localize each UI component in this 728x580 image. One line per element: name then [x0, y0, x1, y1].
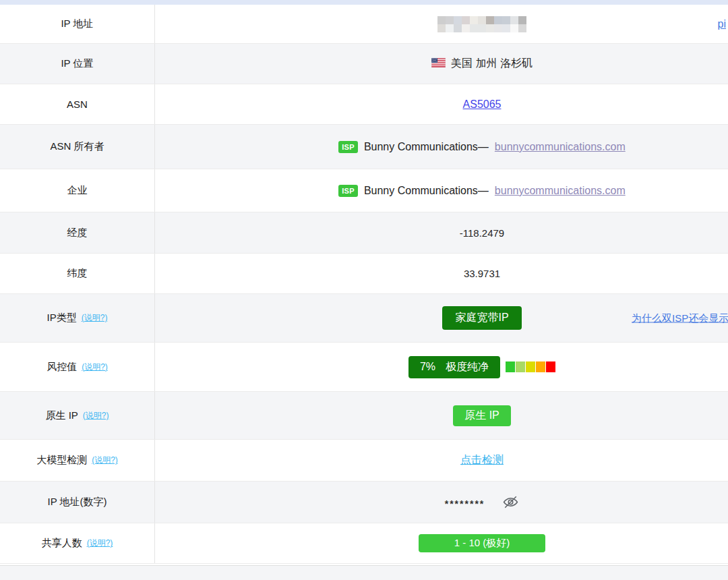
table-row-native-ip: 原生 IP (说明?) 原生 IP [0, 392, 728, 440]
latitude-value: 33.9731 [464, 268, 500, 279]
shared-users-badge[interactable]: 1 - 10 (极好) [419, 534, 545, 552]
table-row-risk-score: 风控值 (说明?) 7% 极度纯净 [0, 343, 728, 392]
table-row-company: 企业 ISP Bunny Communications— bunnycommun… [0, 169, 728, 212]
eye-off-icon[interactable] [502, 494, 519, 511]
row-label: IP 位置 [61, 57, 93, 70]
llm-detect-action-link[interactable]: 点击检测 [460, 453, 504, 467]
llm-detect-help-link[interactable]: (说明?) [92, 455, 118, 466]
ip-info-table: IP 地址 pi IP 位置 [0, 5, 728, 564]
row-label: ASN [67, 98, 88, 110]
row-label: 风控值 [47, 361, 77, 374]
row-label: 纬度 [67, 267, 88, 280]
table-row-ip-type: IP类型 (说明?) 家庭宽带IP 为什么双ISP还会显示" [0, 294, 728, 343]
table-row-llm-detect: 大模型检测 (说明?) 点击检测 [0, 440, 728, 482]
longitude-value: -118.2479 [460, 227, 504, 239]
table-row-longitude: 经度 -118.2479 [0, 212, 728, 254]
redacted-ip-mosaic [437, 16, 526, 32]
ip-type-help-link[interactable]: (说明?) [82, 312, 108, 324]
table-row-latitude: 纬度 33.9731 [0, 254, 728, 294]
company-domain-link[interactable]: bunnycommunications.com [495, 185, 626, 197]
table-row-ip-number: IP 地址(数字) ******** [0, 482, 728, 523]
footer-strip [0, 565, 728, 580]
us-flag-icon [431, 58, 446, 70]
row-label: 经度 [67, 227, 88, 239]
shared-users-help-link[interactable]: (说明?) [87, 538, 113, 549]
row-label: ASN 所有者 [50, 140, 104, 153]
asn-owner-domain-link[interactable]: bunnycommunications.com [495, 141, 626, 153]
row-label: IP 地址 [61, 18, 93, 30]
company-name: Bunny Communications— [364, 185, 489, 197]
risk-score-badge[interactable]: 7% 极度纯净 [408, 356, 500, 378]
table-row-asn-owner: ASN 所有者 ISP Bunny Communications— bunnyc… [0, 125, 728, 169]
table-row-asn: ASN AS5065 [0, 84, 728, 125]
asn-link[interactable]: AS5065 [463, 98, 502, 111]
row-label: 共享人数 [42, 537, 82, 550]
ip-info-page: IP 地址 pi IP 位置 [0, 0, 728, 580]
ip-location-text: 美国 加州 洛杉矶 [451, 57, 533, 71]
dual-isp-explain-link[interactable]: 为什么双ISP还会显示" [632, 312, 728, 324]
masked-ip-number: ******** [445, 496, 485, 509]
isp-badge: ISP [338, 141, 358, 153]
risk-label: 极度纯净 [446, 360, 489, 374]
table-row-ip-address: IP 地址 pi [0, 5, 728, 44]
native-ip-help-link[interactable]: (说明?) [83, 410, 109, 422]
risk-score-help-link[interactable]: (说明?) [82, 361, 108, 373]
top-accent-bar [0, 0, 728, 5]
risk-percent: 7% [420, 361, 435, 373]
row-label: IP类型 [47, 312, 77, 324]
row-label: 大模型检测 [36, 454, 87, 467]
table-row-ip-location: IP 位置 [0, 44, 728, 84]
row-label: 原生 IP [45, 409, 78, 422]
risk-scale-bar [506, 361, 555, 372]
native-ip-badge[interactable]: 原生 IP [453, 405, 511, 426]
row-label: IP 地址(数字) [47, 496, 107, 509]
table-row-shared-users: 共享人数 (说明?) 1 - 10 (极好) [0, 523, 728, 564]
ip-type-badge[interactable]: 家庭宽带IP [442, 306, 521, 330]
asn-owner-name: Bunny Communications— [364, 141, 489, 153]
row-label: 企业 [67, 184, 88, 197]
isp-badge: ISP [338, 185, 358, 197]
external-ip-tool-link[interactable]: pi [718, 18, 726, 30]
